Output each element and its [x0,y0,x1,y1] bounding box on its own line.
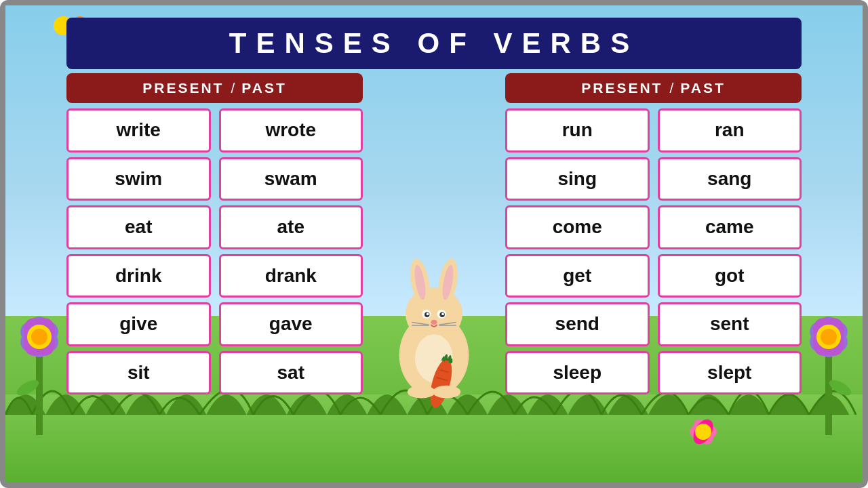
word-box-past: swam [219,157,363,201]
word-box-present: drink [66,254,211,298]
word-box-present: sing [505,157,650,201]
svg-point-36 [431,320,437,325]
word-box-past: sent [658,302,802,346]
svg-point-7 [31,329,47,345]
left-table-row: sitsat [66,351,363,395]
right-word-rows: runransingsangcomecamegetgotsendsentslee… [505,108,802,394]
word-box-past: ate [219,205,363,249]
word-present: run [562,119,593,141]
svg-point-16 [821,329,837,345]
word-box-present: sit [66,351,211,395]
left-table-row: swimswam [66,157,363,201]
title-bar: TENSES OF VERBS [66,18,802,69]
right-table-row: getgot [505,254,802,298]
word-past: got [715,265,745,287]
background: TENSES OF VERBS PRESENT / PAST writewrot… [0,0,868,488]
left-table-row: drinkdrank [66,254,363,298]
word-past: sat [277,362,304,384]
word-past: came [705,216,754,238]
word-box-present: get [505,254,650,298]
word-box-past: gave [219,302,363,346]
word-box-past: sang [658,157,802,201]
word-present: give [119,313,157,335]
right-header-slash: / [669,80,673,96]
word-box-present: write [66,108,211,152]
svg-point-48 [433,386,460,399]
word-box-present: come [505,205,650,249]
word-present: get [563,265,591,287]
word-box-past: sat [219,351,363,395]
left-header-slash: / [231,80,235,96]
svg-point-35 [441,312,444,315]
word-present: sleep [553,362,601,384]
word-present: eat [125,216,152,238]
word-present: drink [115,265,161,287]
word-box-past: came [658,205,802,249]
right-table-header: PRESENT / PAST [505,73,802,103]
right-table-row: sendsent [505,302,802,346]
word-box-present: eat [66,205,211,249]
svg-point-34 [427,312,429,315]
left-table-row: givegave [66,302,363,346]
svg-rect-0 [36,354,43,435]
word-box-past: slept [658,351,802,395]
word-present: come [553,216,602,238]
right-flower-decoration [791,300,866,449]
svg-point-47 [408,386,435,399]
word-past: sent [710,313,749,335]
left-header-present: PRESENT [142,80,224,96]
word-present: sit [127,362,150,384]
left-table-header: PRESENT / PAST [66,73,363,103]
bunny-illustration [366,222,502,415]
word-past: gave [269,313,313,335]
left-header-past: PAST [241,80,286,96]
word-present: sing [557,168,597,190]
right-header-past: PAST [680,80,725,96]
left-flower-decoration [2,300,77,449]
word-past: swam [264,168,317,190]
right-table: PRESENT / PAST runransingsangcomecameget… [505,73,802,394]
svg-point-23 [695,424,711,440]
right-table-row: sleepslept [505,351,802,395]
left-word-rows: writewroteswimswameatatedrinkdrankgivega… [66,108,363,394]
word-box-present: give [66,302,211,346]
bunny-svg [366,222,502,412]
word-present: swim [115,168,162,190]
word-box-present: run [505,108,650,152]
word-past: sang [707,168,751,190]
word-box-present: sleep [505,351,650,395]
word-box-past: wrote [219,108,363,152]
left-table: PRESENT / PAST writewroteswimswameatated… [66,73,363,394]
word-box-past: ran [658,108,802,152]
svg-point-25 [406,287,462,340]
word-box-past: got [658,254,802,298]
word-past: ran [715,119,745,141]
page-title: TENSES OF VERBS [229,27,639,59]
word-past: drank [265,265,317,287]
word-present: send [555,313,599,335]
word-box-present: send [505,302,650,346]
left-table-row: writewrote [66,108,363,152]
word-box-present: swim [66,157,211,201]
right-table-row: runran [505,108,802,152]
word-past: slept [707,362,751,384]
right-header-present: PRESENT [581,80,663,96]
right-table-row: comecame [505,205,802,249]
left-table-row: eatate [66,205,363,249]
word-past: wrote [265,119,316,141]
bottom-flower [679,408,727,455]
word-present: write [117,119,161,141]
word-past: ate [277,216,304,238]
word-box-past: drank [219,254,363,298]
svg-rect-9 [825,354,832,435]
right-table-row: singsang [505,157,802,201]
